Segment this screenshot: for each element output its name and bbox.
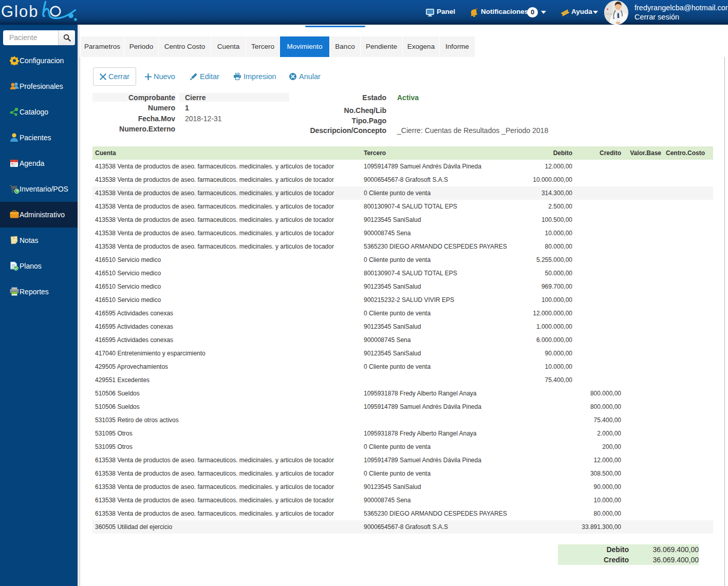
svg-text:Glob: Glob: [1, 3, 39, 21]
